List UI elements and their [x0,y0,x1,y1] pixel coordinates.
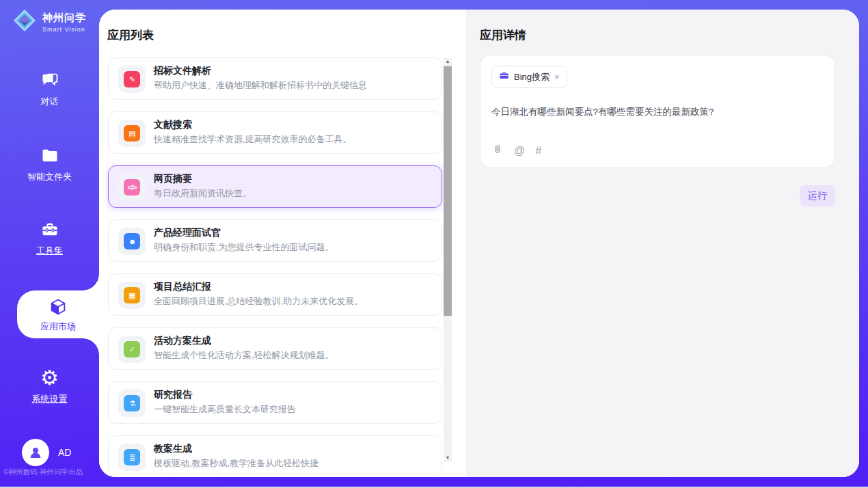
lesson-books-icon: ≣ [124,449,140,465]
app-card-desc: 明确身份和职责,为您提供专业性的面试问题。 [154,241,334,254]
app-card-desc: 模板驱动,教案秒成,教学准备从此轻松快捷 [154,457,318,470]
book-icon: ▤ [124,125,140,141]
sidebar-item-label: 工具集 [36,245,63,257]
app-detail-panel: 应用详情 Bing搜索 × 今日湖北有哪些新闻要点?有哪些需要关注的最新政策? [466,10,859,477]
app-detail-title: 应用详情 [480,27,526,43]
sidebar: 神州问学 Smart Vision 对话 智能文件夹 [0,0,99,488]
brand-diamond-icon [12,8,37,36]
app-card-desc: 快速精准查找学术资源,提高研究效率的必备工具。 [154,133,352,146]
app-card-title: 活动方案生成 [154,335,211,347]
app-card-lesson-plan[interactable]: ≣ 教案生成 模板驱动,教案秒成,教学准备从此轻松快捷 [108,435,442,477]
microscope-icon: ⚗ [124,395,140,411]
paperclip-icon[interactable] [491,144,504,159]
brand-subtitle: Smart Vision [42,26,86,33]
app-card-desc: 一键智能生成高质量长文本研究报告 [154,403,296,416]
app-card-title: 产品经理面试官 [154,227,221,239]
app-card-desc: 每日政府新闻资讯快查。 [154,187,252,200]
scrollbar-thumb[interactable] [444,66,452,316]
scrollbar[interactable]: ▲ ▼ [444,57,452,462]
sidebar-item-chat[interactable]: 对话 [0,70,99,108]
app-card-bid-parsing[interactable]: ✎ 招标文件解析 帮助用户快速、准确地理解和解析招标书中的关键信息 [108,57,442,100]
clipboard-check-icon: ✓ [124,341,140,357]
gear-icon: ⚙ [40,368,60,388]
app-card-event-plan[interactable]: ✓ 活动方案生成 智能生成个性化活动方案,轻松解决规划难题。 [108,327,442,370]
prompt-text[interactable]: 今日湖北有哪些新闻要点?有哪些需要关注的最新政策? [491,106,824,144]
user-account[interactable]: AD [22,439,71,466]
app-card-literature-search[interactable]: ▤ 文献搜索 快速精准查找学术资源,提高研究效率的必备工具。 [108,111,442,154]
run-button[interactable]: 运行 [800,185,835,206]
app-card-desc: 帮助用户快速、准确地理解和解析招标书中的关键信息 [154,79,367,92]
report-note-icon: ▦ [124,287,140,303]
prompt-card: Bing搜索 × 今日湖北有哪些新闻要点?有哪些需要关注的最新政策? @ # [480,55,835,168]
content-card: 应用列表 ✎ 招标文件解析 帮助用户快速、准确地理解和解析招标书中的关键信息 ▤… [99,10,859,477]
brand-name: 神州问学 [42,12,86,25]
app-card-title: 网页摘要 [154,173,192,185]
app-card-title: 教案生成 [154,443,192,455]
app-card-webpage-summary[interactable]: </> 网页摘要 每日政府新闻资讯快查。 [108,165,442,208]
scroll-down-arrow-icon[interactable]: ▼ [444,454,452,462]
tool-tag-label: Bing搜索 [514,71,550,83]
sidebar-item-label: 应用市场 [40,321,76,333]
sidebar-item-smart-folder[interactable]: 智能文件夹 [0,146,99,183]
cube-icon [48,297,68,317]
app-list-title: 应用列表 [107,27,154,43]
composer-toolbar: @ # [491,144,824,159]
copyright-text: ©神州数码·神州问学出品 [3,467,99,477]
app-card-desc: 全面回顾项目进展,总结经验教训,助力未来优化发展。 [154,295,363,308]
briefcase-icon [499,70,509,83]
sidebar-item-app-market[interactable]: 应用市场 [17,290,99,338]
toolbox-icon [40,219,60,240]
folder-icon [40,146,60,166]
close-icon[interactable]: × [554,72,560,81]
chat-icon [40,70,60,91]
app-list-panel: 应用列表 ✎ 招标文件解析 帮助用户快速、准确地理解和解析招标书中的关键信息 ▤… [99,10,466,477]
sidebar-item-label: 对话 [41,96,59,108]
document-edit-icon: ✎ [124,71,140,87]
tool-tag-bing-search[interactable]: Bing搜索 × [491,66,567,88]
sidebar-item-label: 系统设置 [32,393,68,405]
mention-icon[interactable]: @ [514,145,525,157]
app-card-research-report[interactable]: ⚗ 研究报告 一键智能生成高质量长文本研究报告 [108,381,442,424]
app-card-project-summary[interactable]: ▦ 项目总结汇报 全面回顾项目进展,总结经验教训,助力未来优化发展。 [108,273,442,316]
app-card-desc: 智能生成个性化活动方案,轻松解决规划难题。 [154,349,334,362]
sidebar-item-toolset[interactable]: 工具集 [0,219,99,257]
app-card-title: 文献搜索 [154,119,192,131]
brand-logo: 神州问学 Smart Vision [12,8,86,36]
app-card-title: 研究报告 [154,389,192,401]
hash-icon[interactable]: # [535,145,541,157]
sidebar-item-label: 智能文件夹 [27,171,72,183]
app-card-pm-interviewer[interactable]: ☻ 产品经理面试官 明确身份和职责,为您提供专业性的面试问题。 [108,219,442,262]
app-card-title: 项目总结汇报 [154,281,211,293]
scroll-up-arrow-icon[interactable]: ▲ [444,57,452,66]
avatar[interactable] [22,439,49,466]
webpage-code-icon: </> [124,179,140,195]
app-card-title: 招标文件解析 [154,65,211,77]
user-initials: AD [58,447,71,458]
interviewer-icon: ☻ [124,233,140,249]
sidebar-item-settings[interactable]: ⚙ 系统设置 [0,368,99,405]
